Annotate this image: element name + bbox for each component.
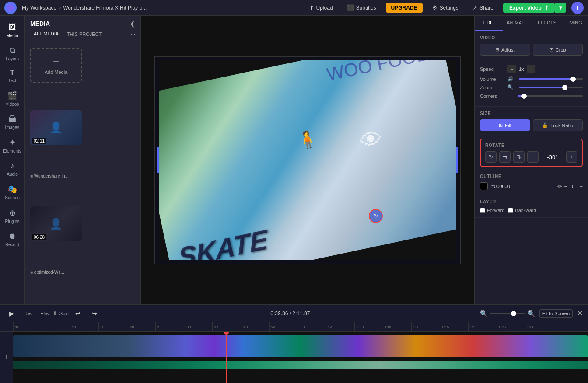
- corners-icon: ⌒: [508, 93, 512, 99]
- upload-button[interactable]: ⬆ Upload: [305, 3, 337, 13]
- size-btn-row: ⊞ Fill 🔒 Lock Ratio: [480, 119, 583, 131]
- add-media-button[interactable]: + Add Media: [30, 48, 82, 83]
- sidebar-item-audio[interactable]: ♪ Audio: [1, 158, 24, 180]
- fwd5-button[interactable]: +5s: [38, 307, 51, 320]
- upgrade-button[interactable]: UPGRADE: [386, 3, 423, 13]
- corners-label: Corners: [480, 94, 504, 99]
- share-button[interactable]: ↗ Share: [468, 3, 498, 13]
- video-track-strip[interactable]: [13, 335, 588, 357]
- sidebar-label-plugins: Plugins: [5, 219, 20, 224]
- volume-slider[interactable]: [519, 78, 583, 80]
- export-dropdown-button[interactable]: ▼: [555, 3, 566, 13]
- media-thumb-1[interactable]: 👤 02:11: [30, 110, 82, 145]
- center-rotation-icon[interactable]: ↻: [369, 209, 383, 223]
- zoom-slider[interactable]: [519, 87, 583, 88]
- ruler-mark-55: :55: [326, 322, 354, 332]
- ruler-mark-0: :0: [13, 322, 42, 332]
- sidebar-item-media[interactable]: 🖼 Media: [1, 19, 24, 42]
- track-content: [13, 332, 588, 383]
- speed-row: Speed − 1x +: [480, 65, 583, 73]
- zoom-in-icon[interactable]: 🔍: [528, 310, 535, 317]
- media-collapse-button[interactable]: ❮: [130, 20, 135, 27]
- rotation-icon: ↻: [374, 213, 378, 219]
- back5-button[interactable]: -5s: [22, 307, 34, 320]
- playhead: [226, 332, 227, 383]
- media-more-button[interactable]: ···: [131, 31, 135, 37]
- zoom-out-icon[interactable]: 🔍: [480, 310, 487, 317]
- sidebar-item-plugins[interactable]: ⊕ Plugins: [1, 205, 24, 227]
- eyedropper-tool[interactable]: ✏: [557, 183, 562, 190]
- rotate-decrease-button[interactable]: −: [527, 151, 539, 163]
- main-layout: 🖼 Media ⧉ Layers T Text 🎬 Videos 🏔 Image…: [0, 16, 588, 304]
- backward-button[interactable]: Backward: [508, 208, 536, 213]
- scenes-icon: 🎭: [7, 185, 17, 194]
- speed-section: Speed − 1x + Volume 🔊 Zoom 🔍: [475, 60, 588, 107]
- tab-edit[interactable]: EDIT: [475, 16, 503, 31]
- timeline-close-button[interactable]: ✕: [577, 309, 583, 317]
- adjust-button[interactable]: ⊞ Adjust: [480, 44, 530, 56]
- audio-track-strip[interactable]: [13, 361, 588, 369]
- outline-section: OUTLINE #000000 ✏ − 0 +: [475, 170, 588, 195]
- graffiti-logo: WOO FOOL: [325, 60, 428, 85]
- rotate-increase-button[interactable]: +: [566, 151, 578, 163]
- sidebar-item-images[interactable]: 🏔 Images: [1, 111, 24, 133]
- media-panel-title: MEDIA: [30, 20, 50, 27]
- speed-decrease-button[interactable]: −: [508, 65, 516, 73]
- speed-increase-button[interactable]: +: [527, 65, 536, 73]
- tab-timing[interactable]: TIMING: [560, 16, 588, 31]
- outline-tools: ✏ − 0 +: [557, 183, 583, 190]
- backward-checkbox[interactable]: [508, 208, 513, 213]
- split-button[interactable]: ⊪ Split: [55, 307, 67, 320]
- media-panel-header: MEDIA ❮: [25, 16, 140, 30]
- avatar[interactable]: I: [571, 2, 584, 14]
- media-thumb-2[interactable]: 👤 06:28: [30, 206, 82, 241]
- tab-all-media[interactable]: ALL MEDIA: [30, 30, 62, 38]
- undo-button[interactable]: ↩: [72, 307, 84, 320]
- fill-icon: ⊞: [499, 122, 503, 128]
- ruler-mark-35: :35: [212, 322, 241, 332]
- tab-animate[interactable]: ANIMATE: [503, 16, 532, 31]
- sidebar-item-elements[interactable]: ✦ Elements: [1, 134, 24, 157]
- adjust-icon: ⊞: [495, 47, 499, 52]
- fit-to-screen-button[interactable]: Fit to Screen: [539, 309, 573, 318]
- forward-button[interactable]: Forward: [480, 208, 504, 213]
- sidebar-label-elements: Elements: [3, 149, 21, 153]
- crop-button[interactable]: ⊡ Crop: [533, 44, 583, 56]
- sidebar-item-scenes[interactable]: 🎭 Scenes: [1, 181, 24, 204]
- video-preview: ◀ SKATE WOO FOOL 🧍 👁 ↻: [141, 16, 474, 304]
- sidebar-label-layers: Layers: [6, 56, 19, 61]
- ruler-mark-40: :40: [241, 322, 269, 332]
- ruler-mark-110: 1:10: [411, 322, 440, 332]
- sidebar-item-record[interactable]: ⏺ Record: [1, 228, 24, 251]
- fill-button[interactable]: ⊞ Fill: [480, 119, 530, 131]
- export-button[interactable]: Export Video ⬆: [503, 3, 555, 13]
- corners-slider[interactable]: [518, 95, 583, 97]
- outline-color-swatch[interactable]: [480, 182, 488, 190]
- sidebar-item-text[interactable]: T Text: [1, 66, 24, 87]
- ruler-mark-15: :15: [98, 322, 127, 332]
- subtitles-button[interactable]: ⬛ Subtitles: [343, 3, 381, 13]
- lock-ratio-button[interactable]: 🔒 Lock Ratio: [533, 119, 583, 131]
- workspace-link[interactable]: My Workspace: [22, 5, 56, 11]
- play-button[interactable]: ▶: [5, 307, 18, 320]
- tab-effects[interactable]: EFFECTS: [532, 16, 560, 31]
- ruler-mark-130: 1:30: [525, 322, 553, 332]
- zoom-slider-timeline[interactable]: [490, 313, 525, 314]
- time-display: 0:39.36 / 2:11.87: [105, 310, 476, 317]
- outline-plus[interactable]: +: [579, 183, 583, 190]
- flip-h-button[interactable]: ⇆: [499, 151, 511, 163]
- outline-minus[interactable]: −: [564, 183, 567, 190]
- tab-this-project[interactable]: THIS PROJECT: [63, 30, 105, 38]
- left-sidebar: 🖼 Media ⧉ Layers T Text 🎬 Videos 🏔 Image…: [0, 16, 25, 304]
- flip-v-button[interactable]: ⇅: [513, 151, 525, 163]
- rotate-cw-button[interactable]: ↻: [485, 151, 497, 163]
- redo-button[interactable]: ↪: [88, 307, 101, 320]
- media-thumb-2-duration: 06:28: [32, 234, 46, 240]
- media-grid: + Add Media 👤 02:11 ■ Wondershare Fi... …: [25, 42, 140, 304]
- settings-button[interactable]: ⚙ Settings: [428, 3, 463, 13]
- sidebar-item-videos[interactable]: 🎬 Videos: [1, 87, 24, 110]
- ruler-mark-125: 1:25: [497, 322, 525, 332]
- sidebar-item-layers[interactable]: ⧉ Layers: [1, 42, 24, 65]
- ruler-mark-20: :20: [127, 322, 155, 332]
- forward-checkbox[interactable]: [480, 208, 485, 213]
